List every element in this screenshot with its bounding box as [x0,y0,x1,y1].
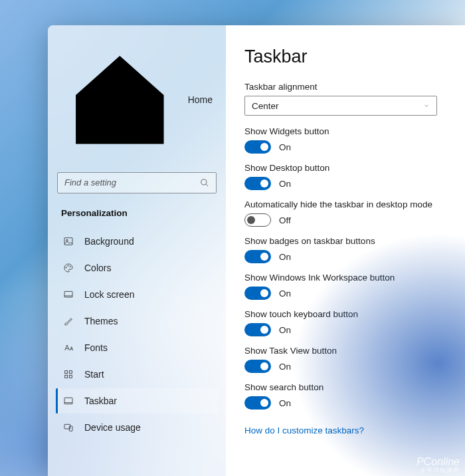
sidebar: Home Personalization Background Colors L… [48,25,226,476]
fonts-icon [63,342,74,353]
toggle-ink[interactable] [244,287,271,300]
toggle-state: Off [279,215,291,225]
alignment-select[interactable]: Center [244,96,437,116]
toggle-search[interactable] [244,396,271,410]
svg-rect-13 [64,398,72,404]
settings-window: Home Personalization Background Colors L… [48,25,465,476]
sidebar-item-device-usage[interactable]: Device usage [56,415,218,440]
sidebar-item-lock-screen[interactable]: Lock screen [56,282,218,307]
svg-rect-10 [69,370,72,373]
setting-label: Show touch keyboard button [244,309,446,319]
watermark-sub: 太平洋电脑网 [417,467,460,473]
setting-badges: Show badges on taskbar buttonsOn [244,236,446,263]
home-label: Home [188,94,213,105]
svg-rect-2 [64,237,72,245]
toggle-state: On [279,398,291,408]
svg-rect-9 [65,370,68,373]
help-link[interactable]: How do I customize taskbars? [244,425,364,435]
search-input[interactable] [64,178,200,187]
svg-point-0 [201,179,207,184]
setting-label: Show badges on taskbar buttons [244,236,446,246]
svg-rect-7 [64,291,72,297]
devices-icon [63,422,74,433]
svg-point-6 [70,266,70,267]
setting-touchkb: Show touch keyboard buttonOn [244,309,446,336]
toggle-state: On [279,142,291,152]
sidebar-item-label: Themes [84,316,118,326]
setting-taskview: Show Task View buttonOn [244,346,446,373]
page-title: Taskbar [244,47,446,67]
setting-autohide: Automatically hide the taskbar in deskto… [244,199,446,227]
toggle-widgets[interactable] [244,140,271,154]
svg-point-4 [66,267,66,267]
watermark-main: PConline [417,456,460,467]
toggle-badges[interactable] [244,250,271,263]
sidebar-item-background[interactable]: Background [56,229,218,254]
sidebar-item-label: Start [84,369,104,380]
toggle-desktop[interactable] [244,177,271,190]
svg-line-1 [206,183,209,186]
setting-label: Show Windows Ink Workspace button [244,273,446,283]
sidebar-item-label: Taskbar [84,396,117,406]
lock-screen-icon [63,289,74,300]
sidebar-item-label: Colors [84,263,111,273]
setting-label: Show Desktop button [244,163,446,173]
toggle-state: On [279,362,291,372]
sidebar-item-colors[interactable]: Colors [56,255,218,281]
setting-ink: Show Windows Ink Workspace buttonOn [244,273,446,300]
setting-label: Automatically hide the taskbar in deskto… [244,199,446,209]
search-box[interactable] [57,172,217,193]
taskbar-icon [63,396,74,406]
toggle-state: On [279,325,291,335]
picture-icon [63,236,74,247]
sidebar-item-themes[interactable]: Themes [56,308,218,334]
svg-point-5 [68,265,68,266]
toggle-taskview[interactable] [244,360,271,373]
brush-icon [63,316,74,326]
sidebar-item-start[interactable]: Start [56,362,218,387]
sidebar-item-fonts[interactable]: Fonts [56,335,218,360]
home-nav[interactable]: Home [56,36,218,170]
setting-desktop: Show Desktop buttonOn [244,163,446,190]
sidebar-item-label: Background [84,236,134,247]
sidebar-item-label: Device usage [84,422,141,433]
alignment-label: Taskbar alignment [244,82,446,92]
grid-icon [63,369,74,380]
setting-label: Show Task View button [244,346,446,356]
content-pane: Taskbar Taskbar alignment Center Show Wi… [226,25,465,476]
svg-rect-12 [69,375,72,378]
setting-label: Show search button [244,382,446,392]
section-header: Personalization [56,204,218,227]
watermark: PConline 太平洋电脑网 [417,457,460,473]
sidebar-item-taskbar[interactable]: Taskbar [56,388,218,414]
svg-rect-11 [65,375,68,378]
chevron-down-icon [423,102,430,109]
palette-icon [63,263,74,273]
toggle-touchkb[interactable] [244,323,271,336]
toggle-autohide[interactable] [244,213,271,227]
search-icon [200,178,209,187]
toggle-state: On [279,289,291,298]
sidebar-item-label: Lock screen [84,289,134,300]
toggle-state: On [279,179,291,189]
alignment-value: Center [252,101,279,111]
setting-widgets: Show Widgets buttonOn [244,126,446,154]
setting-label: Show Widgets button [244,126,446,136]
setting-search: Show search buttonOn [244,382,446,410]
home-icon [61,41,179,159]
toggle-state: On [279,252,291,262]
sidebar-item-label: Fonts [84,342,108,353]
